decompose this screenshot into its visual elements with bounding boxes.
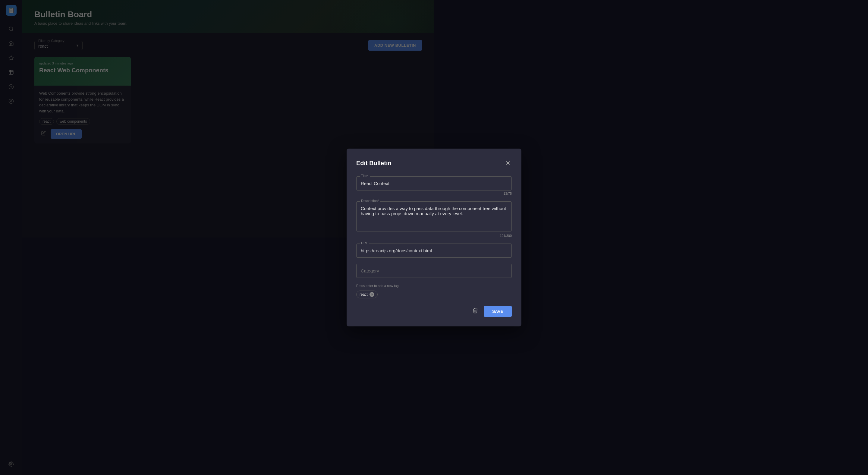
title-field-group: Title* 13/75: [356, 176, 434, 195]
title-field-label: Title*: [360, 174, 370, 178]
description-field-label: Description*: [360, 199, 380, 202]
modal-overlay: Edit Bulletin ✕ Title* 13/75 Description…: [0, 0, 434, 238]
description-input[interactable]: [356, 201, 434, 231]
title-counter: 13/75: [356, 192, 434, 195]
description-field-group: Description* 121/300: [356, 201, 434, 238]
modal-title: Edit Bulletin: [356, 160, 392, 167]
modal-header: Edit Bulletin ✕: [356, 158, 434, 168]
title-input[interactable]: [356, 176, 434, 190]
edit-bulletin-modal: Edit Bulletin ✕ Title* 13/75 Description…: [347, 149, 434, 238]
description-counter: 121/300: [356, 234, 434, 238]
